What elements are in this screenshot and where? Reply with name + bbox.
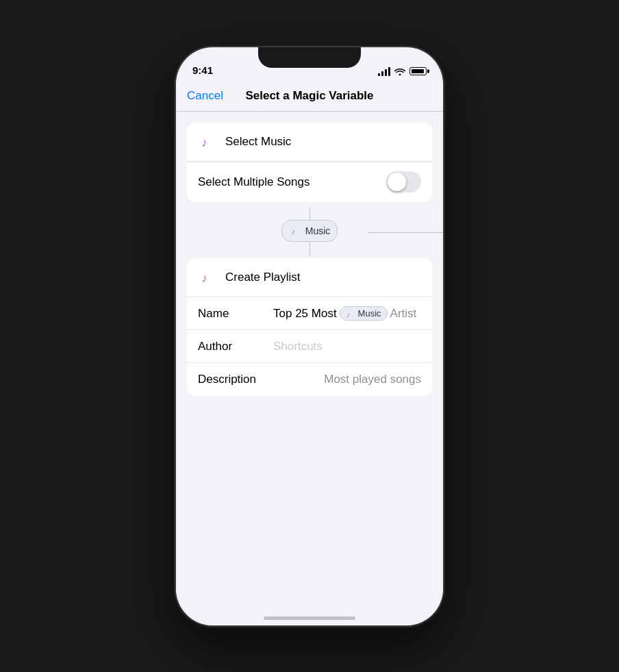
svg-text:♪: ♪ [346, 310, 351, 318]
nav-bar: Cancel Select a Magic Variable [176, 82, 443, 112]
magic-variable-bubble[interactable]: ♪ Music [281, 220, 338, 242]
badge-music-label: Music [358, 308, 381, 319]
name-value-text: Top 25 Most [273, 307, 337, 321]
phone-frame: 9:41 Cancel Select a Magic Variable [176, 47, 443, 625]
page-title: Select a Magic Variable [245, 89, 373, 103]
battery-icon [409, 67, 427, 75]
magic-variable-connector: ♪ Music [176, 208, 443, 257]
music-badge[interactable]: ♪ Music [340, 306, 388, 321]
select-multiple-songs-label: Select Multiple Songs [198, 175, 386, 189]
signal-bars-icon [378, 67, 390, 76]
description-row[interactable]: Description Most played songs [187, 363, 432, 396]
connector-line-right [368, 232, 443, 233]
create-playlist-music-icon: ♪ [198, 268, 217, 287]
svg-text:♪: ♪ [201, 136, 207, 149]
artist-text: Artist [390, 307, 417, 321]
wifi-icon [394, 67, 405, 75]
author-placeholder: Shortcuts [273, 340, 323, 353]
description-label: Description [198, 373, 273, 386]
description-value-text: Most played songs [324, 373, 421, 386]
music-note-icon: ♪ [198, 132, 217, 151]
name-label: Name [198, 307, 273, 321]
author-label: Author [198, 340, 273, 353]
cancel-button[interactable]: Cancel [187, 89, 223, 103]
create-playlist-card: ♪ Create Playlist Name Top 25 Most [187, 258, 432, 396]
select-music-label: Select Music [225, 135, 421, 149]
magic-variable-label: Music [305, 225, 331, 236]
bubble-music-icon: ♪ [289, 225, 301, 237]
select-music-row[interactable]: ♪ Select Music [187, 123, 432, 162]
description-value: Most played songs [273, 373, 421, 386]
notch [258, 47, 361, 68]
name-row[interactable]: Name Top 25 Most [187, 297, 432, 330]
name-value: Top 25 Most ♪ [273, 306, 421, 321]
status-time: 9:41 [192, 64, 213, 76]
content-area: ♪ Select Music Select Multiple Songs [176, 112, 443, 625]
select-music-card: ♪ Select Music Select Multiple Songs [187, 123, 432, 203]
status-icons [378, 67, 427, 76]
badge-music-icon: ♪ [346, 309, 355, 319]
select-multiple-songs-row[interactable]: Select Multiple Songs [187, 162, 432, 202]
home-indicator [264, 617, 355, 620]
svg-text:♪: ♪ [291, 227, 295, 236]
author-value: Shortcuts [273, 340, 421, 353]
svg-text:♪: ♪ [201, 271, 207, 285]
create-playlist-label: Create Playlist [225, 271, 421, 284]
multiple-songs-toggle[interactable] [386, 171, 421, 192]
author-row[interactable]: Author Shortcuts [187, 330, 432, 363]
create-playlist-header-row[interactable]: ♪ Create Playlist [187, 258, 432, 297]
